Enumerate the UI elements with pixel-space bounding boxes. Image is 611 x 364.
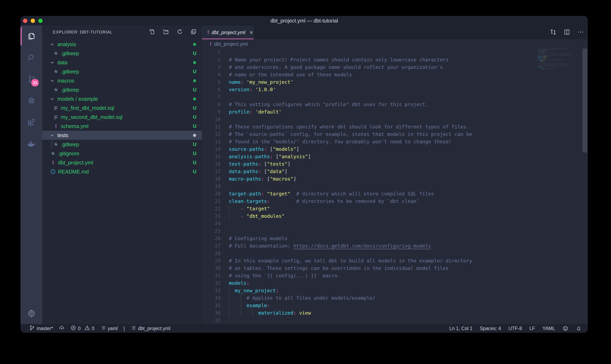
breadcrumb[interactable]: ! dbt_project.yml: [202, 39, 588, 49]
tree-item-label: tests: [57, 132, 68, 138]
code-line: # name or the intended use of these mode…: [229, 71, 472, 78]
code-line: analysis-paths: ["analysis"]: [229, 153, 472, 160]
untracked-badge: U: [191, 160, 198, 166]
problems-status[interactable]: 0 0: [70, 325, 95, 332]
chevron-down-icon: [50, 42, 55, 47]
activity-search-icon[interactable]: [20, 47, 42, 68]
line-number: 22: [202, 205, 221, 212]
code-line: my_new_project:: [229, 287, 472, 294]
line-number: 29: [202, 257, 221, 264]
more-actions-icon[interactable]: [577, 28, 584, 36]
line-number: 4: [202, 71, 221, 78]
zoom-window-button[interactable]: [38, 19, 43, 23]
code-line: [538, 69, 571, 70]
error-count: 0: [78, 326, 81, 331]
task-yaml[interactable]: yaml: [100, 325, 118, 332]
editor-scrollbar[interactable]: [583, 49, 587, 152]
feedback-smiley-icon[interactable]: [563, 325, 568, 331]
line-number: 15: [202, 153, 221, 160]
line-number: 23: [202, 212, 221, 220]
status-bar: master* 0 0 yaml | dbt_project.yml Ln: [20, 324, 588, 333]
cursor-position[interactable]: Ln 1, Col 1: [449, 326, 472, 331]
line-number: 2: [202, 56, 221, 64]
code-line: # The `source-paths` config, for example…: [229, 130, 472, 138]
indentation-status[interactable]: Spaces: 4: [480, 326, 501, 331]
tree-file-dbt-project-yml[interactable]: !dbt_project.ymlU: [42, 158, 202, 167]
line-number: 35: [202, 302, 221, 309]
close-window-button[interactable]: [23, 19, 27, 23]
tree-folder-macros[interactable]: macros: [42, 76, 202, 85]
sync-status[interactable]: [59, 325, 65, 332]
split-editor-icon[interactable]: [563, 28, 570, 36]
indent-guide: [252, 309, 253, 317]
code-line: [229, 183, 472, 190]
git-file-icon: [50, 151, 56, 156]
new-file-icon[interactable]: [149, 28, 155, 36]
line-number: 9: [202, 108, 221, 116]
code-line: profile: 'default': [229, 108, 472, 116]
untracked-badge: U: [191, 169, 198, 175]
gear-icon[interactable]: [20, 306, 42, 320]
tab-dbt-project-yml[interactable]: ! dbt_project.yml ×: [202, 26, 254, 39]
error-icon: [70, 325, 76, 332]
tree-file--gitkeep[interactable]: .gitkeepU: [42, 49, 202, 58]
task-dbt-project[interactable]: dbt_project.yml: [130, 325, 170, 332]
code-line: # Applies to all files under models/exam…: [229, 294, 472, 302]
file-tree: analysis.gitkeepUdata.gitkeepUmacros.git…: [42, 40, 202, 176]
tree-file--gitignore[interactable]: .gitignoreU: [42, 149, 202, 158]
activity-files-icon[interactable]: [20, 26, 42, 47]
refresh-icon[interactable]: [176, 28, 183, 36]
tree-file--gitkeep[interactable]: .gitkeepU: [42, 140, 202, 149]
chevron-down-icon: [50, 78, 55, 83]
tree-file--gitkeep[interactable]: .gitkeepU: [42, 67, 202, 76]
line-number-gutter[interactable]: 1234567891011121314151617181920212223242…: [202, 49, 221, 324]
tree-file-my-second-dbt-model-sql[interactable]: my_second_dbt_model.sqlU: [42, 113, 202, 122]
activity-extensions-icon[interactable]: [20, 111, 42, 133]
breadcrumb-file[interactable]: dbt_project.yml: [214, 41, 248, 47]
line-number: 36: [202, 309, 221, 317]
line-number: 7: [202, 93, 221, 101]
notifications-bell-icon[interactable]: [576, 325, 582, 331]
compare-changes-icon[interactable]: [550, 28, 557, 36]
minimize-window-button[interactable]: [31, 19, 35, 23]
code-line: target-path: "target" # directory which …: [229, 190, 472, 197]
files-icon: [27, 32, 36, 41]
line-number: 37: [202, 317, 221, 324]
code-content[interactable]: # Name your project! Project names shoul…: [229, 49, 472, 324]
code-line: version: '1.0.0': [229, 86, 472, 93]
code-line: # Name your project! Project names shoul…: [229, 56, 472, 64]
tree-file--gitkeep[interactable]: .gitkeepU: [42, 85, 202, 94]
language-mode[interactable]: YAML: [542, 326, 555, 331]
activity-docker-icon[interactable]: [20, 133, 42, 155]
indent-guide: [229, 287, 229, 317]
modified-dot-badge: [193, 61, 196, 64]
new-folder-icon[interactable]: [162, 28, 169, 36]
activity-source-control-icon[interactable]: 11: [20, 68, 42, 90]
code-line: - "target": [229, 205, 472, 212]
tree-file-my-first-dbt-model-sql[interactable]: my_first_dbt_model.sqlU: [42, 104, 202, 113]
code-line: [229, 116, 472, 123]
title-bar[interactable]: dbt_project.yml — dbt-tutorial: [20, 16, 588, 26]
minimap[interactable]: # Name your project! Project names shoul…: [538, 49, 571, 70]
line-number: 13: [202, 138, 221, 145]
code-editor[interactable]: 1234567891011121314151617181920212223242…: [202, 49, 588, 324]
tree-folder-analysis[interactable]: analysis: [42, 40, 202, 49]
code-line: [229, 250, 472, 257]
eol-status[interactable]: LF: [529, 326, 535, 331]
line-number: 25: [202, 227, 221, 235]
encoding-status[interactable]: UTF-8: [509, 326, 522, 331]
line-number: 27: [202, 242, 221, 250]
collapse-all-icon[interactable]: [190, 28, 197, 36]
activity-debug-icon[interactable]: [20, 90, 42, 111]
tree-file-schema-yml[interactable]: !schema.ymlU: [42, 122, 202, 131]
code-line: [229, 227, 472, 235]
vscode-window: dbt_project.yml — dbt-tutorial 11 EXPLOR…: [20, 16, 588, 333]
tree-folder-models-example[interactable]: models / example: [42, 94, 202, 104]
close-tab-icon[interactable]: ×: [249, 29, 253, 36]
tree-folder-data[interactable]: data: [42, 58, 202, 67]
line-number: 19: [202, 183, 221, 190]
tree-folder-tests[interactable]: tests: [42, 131, 202, 140]
branch-status[interactable]: master*: [29, 325, 53, 332]
tree-file-readme-md[interactable]: README.mdU: [42, 167, 202, 176]
line-number: 31: [202, 272, 221, 279]
